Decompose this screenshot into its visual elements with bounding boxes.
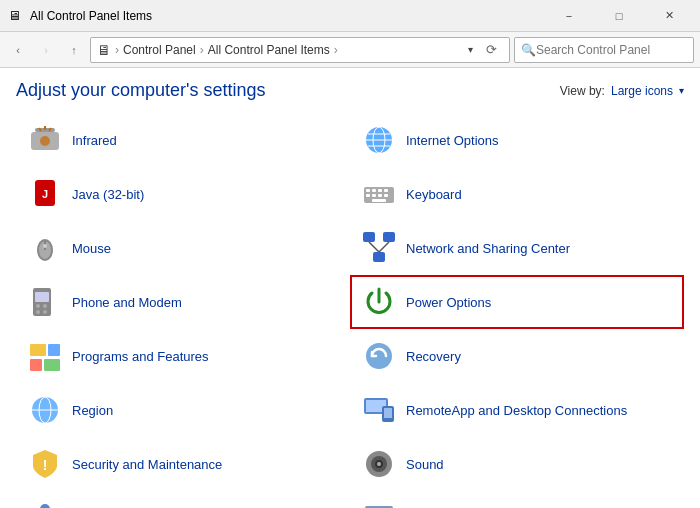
view-by: View by: Large icons ▾	[560, 84, 684, 98]
forward-button[interactable]: ›	[34, 38, 58, 62]
path-all-items: All Control Panel Items	[208, 43, 330, 57]
keyboard-label: Keyboard	[406, 187, 462, 202]
svg-point-2	[40, 136, 50, 146]
cp-item-keyboard[interactable]: Keyboard	[350, 167, 684, 221]
internet-options-label: Internet Options	[406, 133, 499, 148]
svg-rect-17	[384, 189, 388, 192]
refresh-button[interactable]: ⟳	[479, 38, 503, 62]
cp-item-remoteapp[interactable]: RemoteApp and Desktop Connections	[350, 383, 684, 437]
internet-options-icon	[360, 121, 398, 159]
power-options-icon	[360, 283, 398, 321]
cp-item-programs-features[interactable]: Programs and Features	[16, 329, 350, 383]
path-separator-1: ›	[115, 43, 119, 57]
path-separator-3: ›	[334, 43, 338, 57]
sound-icon	[360, 445, 398, 483]
svg-text:J: J	[42, 188, 48, 200]
svg-point-36	[36, 310, 40, 314]
svg-point-37	[43, 310, 47, 314]
phone-modem-icon	[26, 283, 64, 321]
svg-point-54	[377, 462, 381, 466]
cp-item-speech-recognition[interactable]: Speech Recognition	[16, 491, 350, 508]
svg-rect-27	[363, 232, 375, 242]
region-label: Region	[72, 403, 113, 418]
cp-item-region[interactable]: Region	[16, 383, 350, 437]
search-box[interactable]: 🔍	[514, 37, 694, 63]
speech-recognition-icon	[26, 499, 64, 508]
storage-spaces-icon	[360, 499, 398, 508]
dropdown-arrow: ▾	[468, 44, 473, 55]
network-sharing-label: Network and Sharing Center	[406, 241, 570, 256]
java-icon: J	[26, 175, 64, 213]
cp-item-internet-options[interactable]: Internet Options	[350, 113, 684, 167]
back-button[interactable]: ‹	[6, 38, 30, 62]
security-maintenance-icon: !	[26, 445, 64, 483]
maximize-button[interactable]: □	[596, 0, 642, 32]
minimize-button[interactable]: −	[546, 0, 592, 32]
recovery-icon	[360, 337, 398, 375]
svg-text:!: !	[43, 457, 48, 473]
svg-rect-19	[372, 194, 376, 197]
programs-features-label: Programs and Features	[72, 349, 209, 364]
cp-item-storage-spaces[interactable]: Storage Spaces	[350, 491, 684, 508]
path-separator-2: ›	[200, 43, 204, 57]
keyboard-icon	[360, 175, 398, 213]
svg-rect-16	[378, 189, 382, 192]
cp-item-recovery[interactable]: Recovery	[350, 329, 684, 383]
path-control-panel: Control Panel	[123, 43, 196, 57]
items-grid: InfraredInternet OptionsJJava (32-bit)Ke…	[16, 113, 684, 508]
programs-features-icon	[26, 337, 64, 375]
network-sharing-icon	[360, 229, 398, 267]
view-by-arrow: ▾	[679, 85, 684, 96]
cp-item-network-sharing[interactable]: Network and Sharing Center	[350, 221, 684, 275]
svg-point-35	[43, 304, 47, 308]
address-path[interactable]: 🖥 › Control Panel › All Control Panel It…	[90, 37, 510, 63]
svg-rect-49	[384, 408, 392, 418]
svg-rect-39	[48, 344, 60, 356]
power-options-label: Power Options	[406, 295, 491, 310]
view-by-value[interactable]: Large icons	[611, 84, 673, 98]
close-button[interactable]: ✕	[646, 0, 692, 32]
svg-point-34	[36, 304, 40, 308]
svg-rect-28	[383, 232, 395, 242]
cp-item-mouse[interactable]: Mouse	[16, 221, 350, 275]
main-content: Adjust your computer's settings View by:…	[0, 68, 700, 508]
mouse-label: Mouse	[72, 241, 111, 256]
cp-item-infrared[interactable]: Infrared	[16, 113, 350, 167]
cp-item-power-options[interactable]: Power Options	[350, 275, 684, 329]
svg-rect-29	[373, 252, 385, 262]
infrared-label: Infrared	[72, 133, 117, 148]
mouse-icon	[26, 229, 64, 267]
search-icon: 🔍	[521, 43, 536, 57]
security-maintenance-label: Security and Maintenance	[72, 457, 222, 472]
path-dropdown[interactable]: ▾	[468, 44, 473, 55]
title-bar-title: All Control Panel Items	[30, 9, 546, 23]
svg-point-42	[366, 343, 392, 369]
address-bar: ‹ › ↑ 🖥 › Control Panel › All Control Pa…	[0, 32, 700, 68]
header-row: Adjust your computer's settings View by:…	[16, 80, 684, 101]
view-by-label: View by:	[560, 84, 605, 98]
svg-rect-14	[366, 189, 370, 192]
svg-line-30	[369, 242, 379, 252]
title-bar-icon: 🖥	[8, 8, 24, 24]
java-label: Java (32-bit)	[72, 187, 144, 202]
svg-rect-18	[366, 194, 370, 197]
svg-rect-41	[44, 359, 60, 371]
cp-item-security-maintenance[interactable]: !Security and Maintenance	[16, 437, 350, 491]
svg-line-31	[379, 242, 389, 252]
phone-modem-label: Phone and Modem	[72, 295, 182, 310]
page-title: Adjust your computer's settings	[16, 80, 266, 101]
cp-item-java[interactable]: JJava (32-bit)	[16, 167, 350, 221]
svg-rect-20	[378, 194, 382, 197]
search-input[interactable]	[536, 43, 676, 57]
svg-rect-33	[35, 292, 49, 302]
svg-rect-40	[30, 359, 42, 371]
region-icon	[26, 391, 64, 429]
cp-item-phone-modem[interactable]: Phone and Modem	[16, 275, 350, 329]
svg-rect-55	[40, 504, 50, 508]
cp-item-sound[interactable]: Sound	[350, 437, 684, 491]
up-button[interactable]: ↑	[62, 38, 86, 62]
svg-point-26	[43, 244, 47, 248]
title-bar-controls: − □ ✕	[546, 0, 692, 32]
svg-rect-22	[372, 199, 386, 202]
recovery-label: Recovery	[406, 349, 461, 364]
